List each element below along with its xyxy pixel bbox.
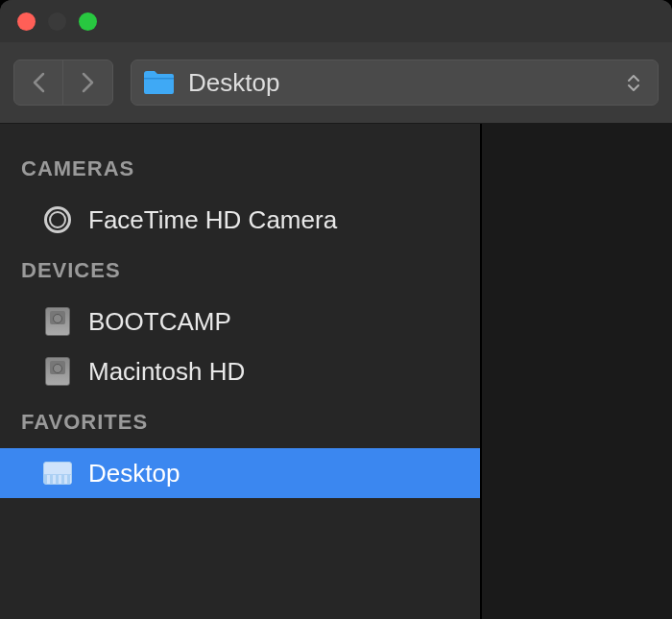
sidebar-item-desktop[interactable]: Desktop	[0, 448, 480, 498]
nav-buttons	[13, 60, 113, 106]
section-header-devices: DEVICES	[0, 245, 480, 297]
sidebar-item-macintosh-hd[interactable]: Macintosh HD	[0, 346, 480, 396]
location-label: Desktop	[188, 68, 613, 98]
sidebar-item-bootcamp[interactable]: BOOTCAMP	[0, 297, 480, 346]
toolbar: Desktop	[0, 42, 672, 124]
disk-icon	[42, 356, 73, 387]
sidebar: CAMERAS FaceTime HD Camera DEVICES BOOTC…	[0, 124, 482, 619]
sidebar-item-label: FaceTime HD Camera	[88, 205, 337, 235]
sidebar-item-label: BOOTCAMP	[88, 307, 231, 337]
sidebar-item-facetime-camera[interactable]: FaceTime HD Camera	[0, 195, 480, 245]
forward-button[interactable]	[63, 60, 112, 105]
chevron-right-icon	[82, 72, 95, 93]
minimize-window-button[interactable]	[48, 12, 66, 31]
file-browser-window: Desktop CAMERAS FaceTime HD Camera DEVIC…	[0, 0, 672, 619]
close-window-button[interactable]	[17, 12, 36, 31]
dropdown-stepper-icon	[627, 74, 646, 92]
maximize-window-button[interactable]	[79, 12, 97, 31]
sidebar-item-label: Macintosh HD	[88, 357, 245, 387]
content-area: CAMERAS FaceTime HD Camera DEVICES BOOTC…	[0, 124, 672, 619]
camera-icon	[42, 204, 73, 235]
desktop-icon	[42, 458, 73, 488]
location-dropdown[interactable]: Desktop	[131, 60, 659, 106]
sidebar-item-label: Desktop	[88, 459, 180, 488]
folder-icon	[143, 70, 175, 95]
chevron-left-icon	[32, 72, 45, 93]
back-button[interactable]	[14, 60, 63, 105]
section-header-favorites: FAVORITES	[0, 396, 480, 448]
section-header-cameras: CAMERAS	[0, 143, 480, 195]
file-list-pane	[482, 124, 672, 619]
disk-icon	[42, 306, 73, 337]
titlebar	[0, 0, 672, 42]
svg-rect-0	[144, 78, 174, 80]
